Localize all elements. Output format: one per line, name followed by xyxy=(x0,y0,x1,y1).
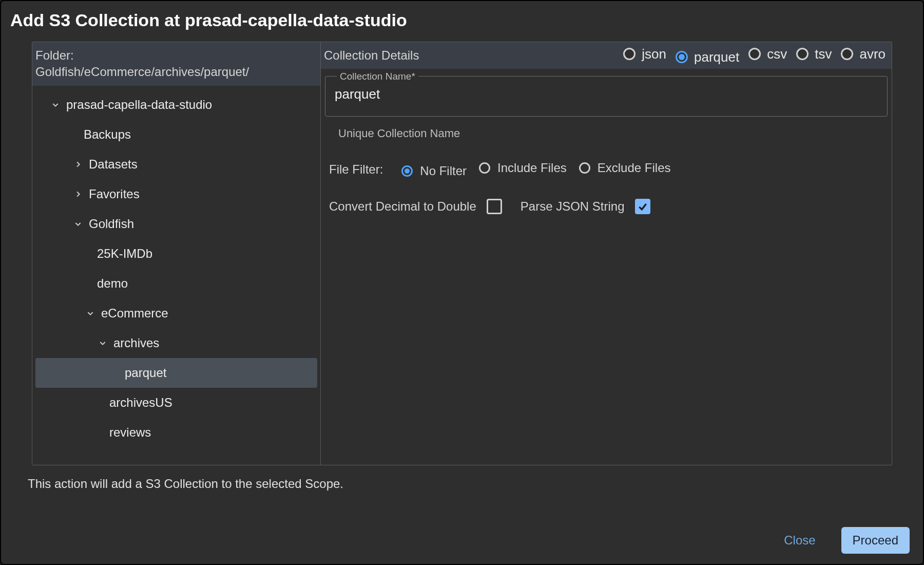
tree-item-label: 25K-IMDb xyxy=(97,247,152,261)
tree-item[interactable]: archivesUS xyxy=(32,388,320,418)
folder-tree: prasad-capella-data-studioBackupsDataset… xyxy=(32,86,320,451)
tree-item[interactable]: 25K-IMDb xyxy=(32,239,320,269)
file-filter-label: Include Files xyxy=(497,161,567,175)
folder-label: Folder: xyxy=(35,47,315,64)
checkbox-label: Parse JSON String xyxy=(521,199,625,214)
tree-item[interactable]: eCommerce xyxy=(32,298,320,328)
tree-item[interactable]: demo xyxy=(32,269,320,298)
dialog-footer-note: This action will add a S3 Collection to … xyxy=(1,465,923,491)
radio-icon xyxy=(401,165,413,177)
tree-item-label: Backups xyxy=(84,127,131,142)
collection-details-header: Collection Details jsonparquetcsvtsvavro xyxy=(321,42,892,69)
tree-item[interactable]: prasad-capella-data-studio xyxy=(32,90,320,120)
format-label: tsv xyxy=(815,46,832,62)
tree-item-label: archivesUS xyxy=(109,396,172,410)
file-filter-label: No Filter xyxy=(420,164,467,178)
collection-details-pane: Collection Details jsonparquetcsvtsvavro… xyxy=(321,42,892,465)
tree-item-label: Favorites xyxy=(89,187,140,201)
collection-name-input[interactable] xyxy=(334,86,879,103)
tree-item-label: parquet xyxy=(125,366,166,380)
tree-item-label: archives xyxy=(113,336,159,350)
radio-icon xyxy=(579,162,590,174)
collection-name-field[interactable]: Collection Name* xyxy=(325,76,888,117)
tree-item[interactable]: archives xyxy=(32,328,320,358)
tree-item-label: prasad-capella-data-studio xyxy=(66,98,212,112)
collection-name-label: Collection Name* xyxy=(337,71,418,82)
collection-name-help: Unique Collection Name xyxy=(325,117,888,140)
folder-pane: Folder: Goldfish/eCommerce/archives/parq… xyxy=(32,42,321,465)
tree-item-label: reviews xyxy=(109,425,151,440)
collection-details-body: Collection Name* Unique Collection Name … xyxy=(321,69,892,214)
collection-details-title: Collection Details xyxy=(324,48,614,63)
format-radio-json[interactable]: json xyxy=(623,46,666,62)
tree-item-label: eCommerce xyxy=(101,306,168,321)
proceed-button[interactable]: Proceed xyxy=(841,527,910,554)
file-filter-label: Exclude Files xyxy=(598,161,671,175)
format-label: parquet xyxy=(694,49,739,65)
dialog-title: Add S3 Collection at prasad-capella-data… xyxy=(1,1,923,42)
format-radio-tsv[interactable]: tsv xyxy=(796,46,832,62)
format-radio-avro[interactable]: avro xyxy=(841,46,886,62)
radio-icon xyxy=(623,48,636,60)
radio-icon xyxy=(676,51,688,63)
dialog-body: Folder: Goldfish/eCommerce/archives/parq… xyxy=(32,42,892,465)
chevron-right-icon[interactable] xyxy=(72,189,84,200)
options-row: Convert Decimal to DoubleParse JSON Stri… xyxy=(325,178,888,214)
checkbox-label: Convert Decimal to Double xyxy=(329,199,476,214)
format-label: avro xyxy=(859,46,886,62)
radio-icon xyxy=(796,48,808,60)
add-s3-collection-dialog: Add S3 Collection at prasad-capella-data… xyxy=(0,0,924,565)
chevron-right-icon[interactable] xyxy=(72,159,84,170)
tree-item[interactable]: Backups xyxy=(32,120,320,149)
chevron-down-icon[interactable] xyxy=(72,218,84,230)
dialog-footer-buttons: Close Proceed xyxy=(1,491,923,564)
tree-item[interactable]: Favorites xyxy=(32,179,320,209)
tree-item[interactable]: reviews xyxy=(32,418,320,447)
file-filter-option[interactable]: No Filter xyxy=(401,164,467,178)
format-radio-parquet[interactable]: parquet xyxy=(676,49,739,65)
checkbox-icon xyxy=(635,199,650,214)
file-filter-option[interactable]: Exclude Files xyxy=(579,161,671,175)
radio-icon xyxy=(479,162,490,174)
checkbox-option[interactable]: Parse JSON String xyxy=(521,199,650,214)
chevron-down-icon[interactable] xyxy=(97,337,108,349)
tree-item-label: Goldfish xyxy=(89,217,134,231)
radio-icon xyxy=(841,48,853,60)
format-label: csv xyxy=(767,46,787,62)
folder-path-header: Folder: Goldfish/eCommerce/archives/parq… xyxy=(32,42,320,86)
checkbox-icon xyxy=(487,199,502,214)
tree-item-label: Datasets xyxy=(89,157,138,172)
chevron-down-icon[interactable] xyxy=(50,99,61,110)
file-filter-label: File Filter: xyxy=(329,162,383,177)
file-filter-row: File Filter: No FilterInclude FilesExclu… xyxy=(325,140,888,178)
tree-item[interactable]: Datasets xyxy=(32,149,320,179)
file-filter-option[interactable]: Include Files xyxy=(479,161,567,175)
folder-path: Goldfish/eCommerce/archives/parquet/ xyxy=(35,64,315,80)
radio-icon xyxy=(748,48,761,60)
tree-item[interactable]: Goldfish xyxy=(32,209,320,239)
checkbox-option[interactable]: Convert Decimal to Double xyxy=(329,199,502,214)
chevron-down-icon[interactable] xyxy=(85,308,96,319)
tree-item[interactable]: parquet xyxy=(35,358,317,388)
tree-item-label: demo xyxy=(97,276,128,291)
format-radio-csv[interactable]: csv xyxy=(748,46,787,62)
format-label: json xyxy=(642,46,666,62)
close-button[interactable]: Close xyxy=(773,527,826,554)
